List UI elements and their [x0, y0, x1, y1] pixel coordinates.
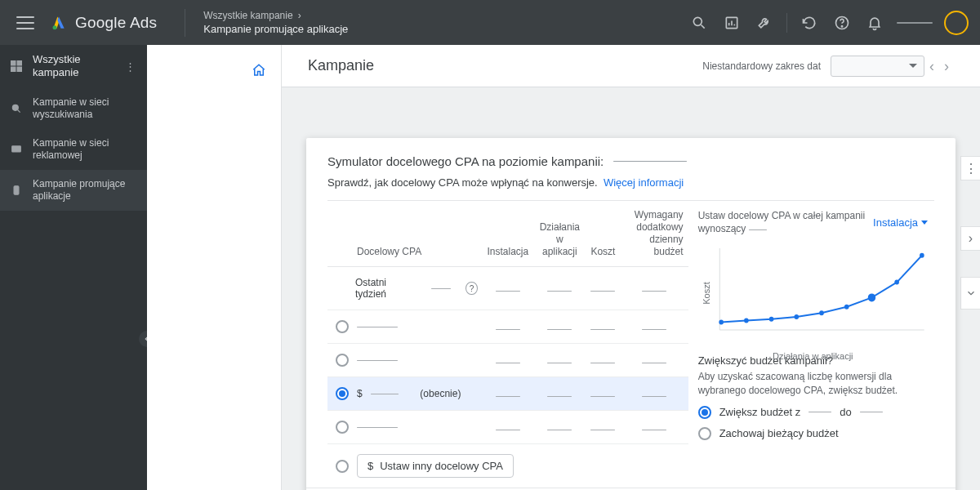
table-row[interactable] [327, 310, 688, 344]
left-sidebar: Wszystkie kampanie ⋮ Kampanie w sieci wy… [0, 45, 147, 490]
date-next-button[interactable]: › [939, 59, 954, 74]
sidebar-item-label: Kampanie w sieci reklamowej [33, 137, 137, 162]
svg-point-18 [16, 192, 16, 193]
card-subtitle: Sprawdź, jak docelowy CPA może wpłynąć n… [327, 176, 598, 189]
chart-x-axis-label: Działania w aplikacji [698, 351, 928, 361]
logo-mark-icon [51, 15, 67, 31]
help-icon[interactable] [826, 7, 858, 38]
last-week-label: Ostatni tydzień [355, 277, 412, 300]
separator [786, 13, 787, 33]
grid-icon [10, 60, 23, 73]
sidebar-item-label: Kampanie w sieci wyszukiwania [33, 96, 137, 121]
radio[interactable] [336, 421, 349, 434]
radio[interactable] [336, 354, 349, 367]
currency: $ [357, 388, 363, 399]
menu-icon[interactable] [16, 16, 34, 29]
chart-title-b: wynoszący [698, 223, 746, 234]
separator [185, 9, 185, 37]
chart-metric-selector[interactable]: Instalacja [873, 216, 928, 229]
table-row-custom[interactable]: $Ustaw inny docelowy CPA [327, 444, 688, 488]
sidebar-item-search[interactable]: Kampanie w sieci wyszukiwania [0, 88, 147, 129]
svg-point-8 [841, 25, 842, 26]
date-prev-button[interactable]: ‹ [924, 59, 939, 74]
more-icon[interactable]: ⋮ [125, 60, 137, 73]
help-icon[interactable]: ? [466, 282, 477, 295]
current-label: (obecnie) [420, 388, 461, 399]
account-indicator [897, 22, 933, 24]
page-title: Kampanie [308, 57, 374, 74]
chevron-right-icon: › [298, 9, 301, 22]
svg-point-29 [920, 253, 924, 258]
display-network-icon [10, 143, 23, 156]
col-cpa: Docelowy CPA [327, 201, 483, 267]
reports-icon[interactable] [716, 7, 747, 38]
logo-text: Google Ads [75, 14, 157, 32]
col-inapp: Działaniaw aplikacji [533, 201, 586, 267]
radio[interactable] [336, 320, 349, 333]
svg-rect-12 [17, 67, 22, 72]
simulator-table: Docelowy CPA Instalacja Działaniaw aplik… [327, 201, 688, 488]
table-row[interactable] [327, 411, 688, 444]
cpa-simulator-card: Symulator docelowego CPA na poziomie kam… [306, 138, 956, 490]
top-bar: Google Ads Wszystkie kampanie› Kampanie … [0, 0, 980, 45]
svg-point-21 [719, 320, 724, 325]
svg-line-2 [702, 24, 705, 28]
radio[interactable] [336, 387, 349, 400]
increase-budget-option[interactable]: Zwiększ budżet z do [698, 406, 928, 419]
svg-point-28 [894, 280, 899, 285]
search-network-icon [10, 102, 23, 115]
breadcrumb-top: Wszystkie kampanie [203, 9, 292, 22]
radio[interactable] [336, 460, 349, 473]
more-info-link[interactable]: Więcej informacji [604, 176, 684, 189]
sidebar-item-all-campaigns[interactable]: Wszystkie kampanie ⋮ [0, 45, 147, 88]
increase-budget-subtitle: Aby uzyskać szacowaną liczbę konwersji d… [698, 370, 928, 398]
table-row[interactable] [327, 344, 688, 377]
avatar[interactable] [944, 11, 969, 35]
sidebar-item-app[interactable]: Kampanie promujące aplikacje [0, 170, 147, 211]
svg-rect-15 [12, 145, 21, 151]
svg-point-26 [844, 305, 849, 310]
sidebar-item-label: Kampanie promujące aplikacje [33, 178, 137, 203]
svg-point-27 [867, 294, 875, 302]
tools-icon[interactable] [749, 7, 780, 38]
content-header: Kampanie Niestandardowy zakres dat ‹ › [282, 45, 980, 87]
home-icon[interactable] [252, 63, 266, 81]
radio[interactable] [698, 427, 711, 440]
logo[interactable]: Google Ads [51, 14, 157, 32]
col-budget: Wymaganydodatkowydzienny budżet [620, 201, 688, 267]
search-icon[interactable] [684, 7, 715, 38]
expand-panel-button[interactable] [960, 277, 980, 310]
sidebar-item-display[interactable]: Kampanie w sieci reklamowej [0, 129, 147, 170]
table-row-current[interactable]: $ (obecnie) [327, 377, 688, 411]
chart-y-axis-label: Koszt [701, 283, 710, 305]
date-range-picker[interactable] [831, 56, 924, 77]
placeholder-bar [496, 291, 520, 292]
col-install: Instalacja [483, 201, 534, 267]
breadcrumb-bottom: Kampanie promujące aplikacje [203, 22, 348, 37]
notifications-icon[interactable] [859, 7, 890, 38]
overflow-handle[interactable]: ⋮ [960, 156, 980, 180]
set-custom-cpa-button[interactable]: $Ustaw inny docelowy CPA [357, 454, 514, 478]
svg-point-1 [693, 17, 702, 25]
breadcrumb[interactable]: Wszystkie kampanie› Kampanie promujące a… [203, 9, 348, 37]
col-cost: Koszt [586, 201, 620, 267]
table-row-lastweek: Ostatni tydzień ? [327, 267, 688, 310]
simulator-right-panel: Ustaw docelowy CPA w całej kampanii wyno… [688, 201, 934, 488]
radio[interactable] [698, 406, 711, 419]
svg-point-13 [12, 105, 18, 110]
placeholder-bar [613, 161, 687, 162]
svg-line-14 [18, 109, 20, 112]
overflow-handle[interactable]: › [960, 226, 980, 251]
refresh-icon[interactable] [794, 7, 825, 38]
app-campaign-icon [10, 184, 23, 197]
keep-budget-option[interactable]: Zachowaj bieżący budżet [698, 427, 928, 440]
svg-rect-9 [11, 60, 16, 65]
placeholder-bar [642, 291, 666, 292]
top-actions [684, 7, 980, 38]
content-body: ⋮ › Symulator docelowego CPA na poziomie… [282, 87, 980, 490]
chart: Koszt Działania w aplikacji [698, 240, 928, 346]
content: Kampanie Niestandardowy zakres dat ‹ › ⋮… [282, 45, 980, 490]
svg-point-23 [768, 317, 773, 322]
secondary-nav [147, 45, 282, 490]
svg-rect-11 [11, 67, 16, 72]
